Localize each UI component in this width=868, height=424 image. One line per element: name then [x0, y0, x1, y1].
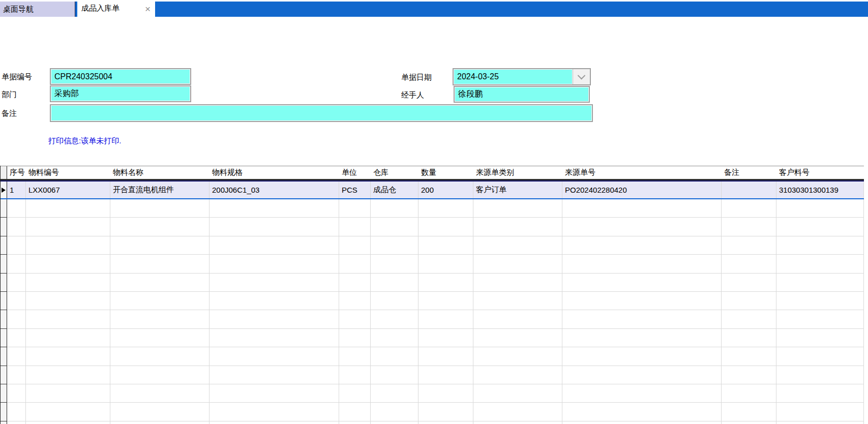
tab-finished-goods-receipt-label: 成品入库单 — [81, 4, 119, 13]
cell-quantity[interactable]: 200 — [418, 181, 473, 198]
row-selector-cell — [1, 274, 7, 292]
grid-empty-row[interactable] — [1, 384, 864, 403]
chevron-down-icon — [578, 71, 586, 79]
grid-empty-row[interactable] — [1, 255, 864, 273]
grid-empty-row[interactable] — [1, 347, 864, 366]
header-source-doc-type: 来源单类别 — [473, 166, 562, 179]
grid-empty-row[interactable] — [1, 274, 864, 292]
cell-material-spec[interactable]: 200J06C1_03 — [209, 181, 339, 198]
doc-no-field[interactable]: CPR240325004 — [50, 68, 191, 85]
grid-row-selected[interactable]: 1 LXX0067 开合直流电机组件 200J06C1_03 PCS 成品仓 2… — [1, 180, 864, 199]
row-selector-cell — [1, 329, 7, 347]
row-selector-cell — [1, 236, 7, 255]
header-customer-part-no: 客户料号 — [776, 166, 864, 179]
grid-empty-row[interactable] — [1, 292, 864, 310]
remark-field[interactable] — [50, 104, 593, 122]
app-window: 桌面导航 成品入库单 × 单据编号 部门 备注 单据日期 经手人 CPR2403… — [0, 0, 868, 424]
detail-grid: 序号 物料编号 物料名称 物料规格 单位 仓库 数量 来源单类别 来源单号 备注… — [0, 166, 864, 424]
cell-seq[interactable]: 1 — [7, 181, 26, 198]
grid-empty-row[interactable] — [1, 236, 864, 255]
cell-source-doc-no[interactable]: PO202402280420 — [562, 181, 722, 198]
department-field[interactable]: 采购部 — [50, 85, 191, 102]
header-seq: 序号 — [7, 166, 26, 179]
row-selector-cell — [1, 292, 7, 310]
header-remark: 备注 — [722, 166, 776, 179]
row-selector-cell — [1, 255, 7, 273]
row-selector-cell — [1, 199, 7, 218]
grid-header-row: 序号 物料编号 物料名称 物料规格 单位 仓库 数量 来源单类别 来源单号 备注… — [1, 166, 864, 180]
tab-finished-goods-receipt[interactable]: 成品入库单 × — [77, 0, 155, 17]
header-material-name: 物料名称 — [110, 166, 209, 179]
grid-empty-row[interactable] — [1, 403, 864, 421]
doc-date-value[interactable]: 2024-03-25 — [454, 69, 573, 84]
grid-empty-rows — [1, 199, 864, 424]
grid-empty-row[interactable] — [1, 310, 864, 328]
doc-date-label: 单据日期 — [401, 73, 432, 82]
grid-empty-row[interactable] — [1, 218, 864, 236]
cell-remark[interactable] — [722, 181, 776, 198]
row-selector-cell — [1, 218, 7, 236]
doc-no-label: 单据编号 — [2, 72, 32, 82]
header-warehouse: 仓库 — [371, 166, 418, 179]
header-material-no: 物料编号 — [26, 166, 110, 179]
row-selector-cell — [1, 347, 7, 366]
cell-warehouse[interactable]: 成品仓 — [371, 181, 418, 198]
cell-material-no[interactable]: LXX0067 — [26, 181, 110, 198]
close-tab-icon[interactable]: × — [145, 4, 151, 13]
grid-empty-row[interactable] — [1, 199, 864, 218]
current-row-arrow-icon — [2, 188, 6, 193]
remark-label: 备注 — [2, 109, 17, 118]
row-selector-cell — [1, 421, 7, 424]
header-quantity: 数量 — [418, 166, 473, 179]
header-unit: 单位 — [339, 166, 371, 179]
cell-material-name[interactable]: 开合直流电机组件 — [110, 181, 209, 198]
doc-date-dropdown-button[interactable] — [573, 69, 590, 84]
handler-label: 经手人 — [401, 90, 424, 100]
tab-desktop-navigation-label: 桌面导航 — [3, 5, 34, 14]
row-selector-cell — [1, 384, 7, 403]
department-label: 部门 — [2, 90, 17, 100]
current-row-marker-cell[interactable] — [1, 181, 7, 198]
handler-field[interactable]: 徐段鹏 — [454, 86, 590, 103]
doc-date-picker[interactable]: 2024-03-25 — [453, 68, 591, 85]
cell-source-doc-type[interactable]: 客户订单 — [473, 181, 562, 198]
grid-empty-row[interactable] — [1, 366, 864, 384]
cell-unit[interactable]: PCS — [339, 181, 371, 198]
row-selector-cell — [1, 403, 7, 421]
grid-empty-row[interactable] — [1, 421, 864, 424]
cell-customer-part-no[interactable]: 31030301300139 — [776, 181, 864, 198]
row-selector-cell — [1, 310, 7, 328]
header-material-spec: 物料规格 — [209, 166, 339, 179]
grid-empty-row[interactable] — [1, 329, 864, 347]
tab-desktop-navigation[interactable]: 桌面导航 — [0, 2, 75, 17]
print-status-text: 打印信息:该单未打印. — [48, 136, 121, 146]
tab-bar: 桌面导航 成品入库单 × — [0, 0, 868, 17]
header-source-doc-no: 来源单号 — [562, 166, 722, 179]
row-selector-header — [1, 166, 7, 179]
row-selector-cell — [1, 366, 7, 384]
